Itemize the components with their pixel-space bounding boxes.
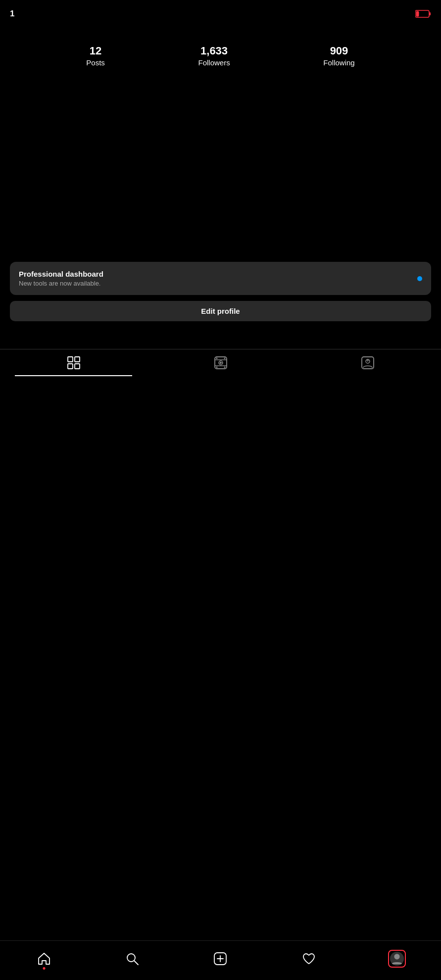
following-stat[interactable]: 909 Following: [323, 45, 354, 67]
post-cell[interactable]: [0, 376, 147, 523]
pro-dashboard-notification-dot: [417, 276, 422, 281]
status-time: 1: [10, 9, 14, 19]
tagged-icon: [361, 356, 374, 369]
pro-dashboard-text-area: Professional dashboard New tools are now…: [19, 270, 411, 287]
svg-rect-2: [416, 11, 419, 17]
home-notification-dot: [43, 967, 46, 970]
followers-count: 1,633: [200, 45, 228, 57]
avatar-silhouette-icon: [390, 952, 404, 966]
following-label: Following: [323, 58, 354, 67]
profile-header: 12 Posts 1,633 Followers 909 Following: [0, 25, 441, 77]
search-icon: [125, 952, 139, 966]
svg-rect-5: [68, 364, 73, 369]
tab-tagged[interactable]: [294, 349, 441, 376]
profile-nav-selected-border: [388, 950, 406, 968]
nav-search[interactable]: [117, 952, 147, 966]
status-bar: 1: [0, 0, 441, 25]
edit-profile-button[interactable]: Edit profile: [10, 301, 431, 321]
pro-dashboard-card[interactable]: Professional dashboard New tools are now…: [10, 262, 431, 295]
nav-home[interactable]: [29, 952, 59, 966]
nav-add[interactable]: [205, 952, 235, 966]
following-count: 909: [330, 45, 348, 57]
profile-nav-avatar: [390, 952, 404, 966]
posts-grid: [0, 376, 441, 574]
posts-label: Posts: [86, 58, 105, 67]
grid-icon: [67, 356, 80, 369]
post-cell[interactable]: [294, 376, 441, 523]
pro-dashboard-subtitle: New tools are now available.: [19, 280, 411, 287]
bottom-nav: [0, 940, 441, 980]
svg-point-14: [224, 367, 225, 368]
profile-tab-bar: [0, 349, 441, 376]
tab-grid[interactable]: [0, 349, 147, 376]
followers-stat[interactable]: 1,633 Followers: [198, 45, 230, 67]
svg-point-12: [224, 358, 225, 359]
profile-bio-area: [0, 77, 441, 250]
reels-icon: [214, 356, 227, 369]
svg-point-13: [216, 367, 217, 368]
followers-label: Followers: [198, 58, 230, 67]
add-icon: [213, 952, 227, 966]
nav-profile[interactable]: [382, 950, 412, 968]
stats-row: 12 Posts 1,633 Followers 909 Following: [10, 35, 431, 77]
status-icons: [415, 10, 431, 18]
home-icon: [37, 952, 51, 966]
pro-dashboard-title: Professional dashboard: [19, 270, 411, 278]
battery-icon: [415, 10, 431, 18]
nav-activity[interactable]: [294, 952, 324, 966]
svg-rect-6: [75, 364, 80, 369]
post-cell[interactable]: [147, 376, 294, 523]
svg-point-11: [216, 358, 217, 359]
svg-point-25: [394, 954, 399, 959]
posts-count: 12: [90, 45, 101, 57]
svg-rect-3: [68, 357, 73, 362]
svg-rect-1: [429, 12, 431, 15]
posts-stat[interactable]: 12 Posts: [86, 45, 105, 67]
svg-rect-4: [75, 357, 80, 362]
tab-reels[interactable]: [147, 349, 294, 376]
heart-icon: [302, 952, 316, 966]
svg-line-21: [134, 961, 138, 965]
